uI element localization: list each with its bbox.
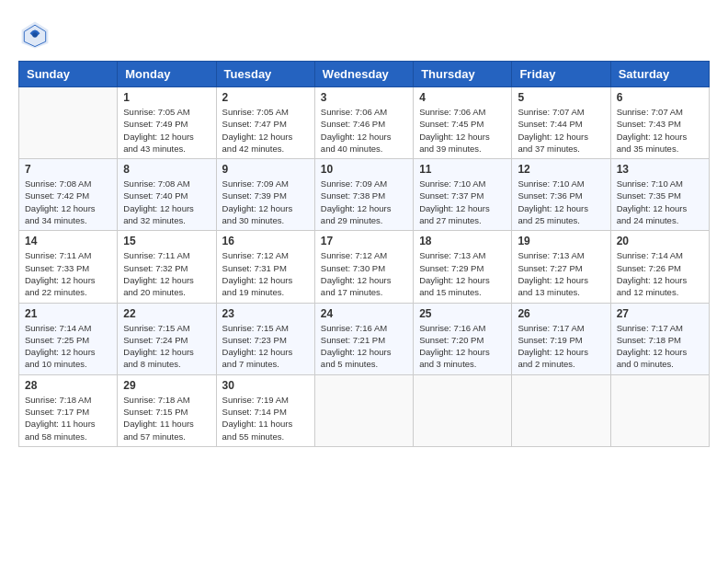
calendar-cell: 3Sunrise: 7:06 AM Sunset: 7:46 PM Daylig… [314,87,413,159]
day-info: Sunrise: 7:09 AM Sunset: 7:38 PM Dayligh… [321,178,407,226]
calendar-cell: 22Sunrise: 7:15 AM Sunset: 7:24 PM Dayli… [118,303,216,374]
calendar-cell [314,374,413,446]
day-info: Sunrise: 7:11 AM Sunset: 7:32 PM Dayligh… [123,249,210,298]
calendar-cell [512,374,610,446]
day-number: 22 [123,307,210,320]
day-info: Sunrise: 7:06 AM Sunset: 7:45 PM Dayligh… [419,106,506,155]
day-number: 20 [617,235,703,247]
day-info: Sunrise: 7:08 AM Sunset: 7:42 PM Dayligh… [25,178,111,226]
calendar-cell: 18Sunrise: 7:13 AM Sunset: 7:29 PM Dayli… [414,231,512,303]
day-number: 8 [123,163,210,176]
day-info: Sunrise: 7:10 AM Sunset: 7:36 PM Dayligh… [518,178,604,226]
day-number: 15 [123,235,210,247]
day-number: 9 [222,163,309,176]
day-info: Sunrise: 7:15 AM Sunset: 7:24 PM Dayligh… [123,322,210,371]
calendar-cell [610,374,709,446]
column-header-wednesday: Wednesday [314,62,413,87]
week-row-5: 28Sunrise: 7:18 AM Sunset: 7:17 PM Dayli… [19,374,710,446]
day-number: 29 [123,379,210,392]
day-number: 16 [222,235,309,247]
day-number: 25 [419,307,506,320]
week-row-1: 1Sunrise: 7:05 AM Sunset: 7:49 PM Daylig… [19,87,710,159]
day-info: Sunrise: 7:07 AM Sunset: 7:43 PM Dayligh… [617,106,703,155]
day-info: Sunrise: 7:13 AM Sunset: 7:29 PM Dayligh… [419,249,506,298]
day-info: Sunrise: 7:17 AM Sunset: 7:18 PM Dayligh… [617,322,703,371]
week-row-2: 7Sunrise: 7:08 AM Sunset: 7:42 PM Daylig… [19,159,710,231]
calendar-cell: 16Sunrise: 7:12 AM Sunset: 7:31 PM Dayli… [216,231,314,303]
day-info: Sunrise: 7:16 AM Sunset: 7:21 PM Dayligh… [321,322,407,371]
calendar-cell: 4Sunrise: 7:06 AM Sunset: 7:45 PM Daylig… [414,87,512,159]
calendar-cell [414,374,512,446]
column-header-monday: Monday [118,62,216,87]
day-number: 13 [617,163,703,176]
day-info: Sunrise: 7:06 AM Sunset: 7:46 PM Dayligh… [321,106,407,155]
day-number: 26 [518,307,604,320]
calendar-header: SundayMondayTuesdayWednesdayThursdayFrid… [19,62,710,87]
day-number: 7 [25,163,111,176]
calendar-table: SundayMondayTuesdayWednesdayThursdayFrid… [18,61,710,447]
calendar-cell: 20Sunrise: 7:14 AM Sunset: 7:26 PM Dayli… [610,231,709,303]
day-info: Sunrise: 7:18 AM Sunset: 7:17 PM Dayligh… [25,394,111,442]
day-number: 18 [419,235,506,247]
day-number: 24 [321,307,407,320]
calendar-cell: 27Sunrise: 7:17 AM Sunset: 7:18 PM Dayli… [610,303,709,374]
calendar-cell: 29Sunrise: 7:18 AM Sunset: 7:15 PM Dayli… [118,374,216,446]
calendar-cell: 14Sunrise: 7:11 AM Sunset: 7:33 PM Dayli… [19,231,118,303]
svg-point-2 [32,32,37,37]
day-info: Sunrise: 7:07 AM Sunset: 7:44 PM Dayligh… [518,106,604,155]
calendar-cell: 24Sunrise: 7:16 AM Sunset: 7:21 PM Dayli… [314,303,413,374]
day-info: Sunrise: 7:14 AM Sunset: 7:26 PM Dayligh… [617,249,703,298]
column-header-tuesday: Tuesday [216,62,314,87]
day-number: 5 [518,91,604,104]
day-info: Sunrise: 7:10 AM Sunset: 7:35 PM Dayligh… [617,178,703,226]
day-info: Sunrise: 7:13 AM Sunset: 7:27 PM Dayligh… [518,249,604,298]
day-number: 12 [518,163,604,176]
calendar-cell: 26Sunrise: 7:17 AM Sunset: 7:19 PM Dayli… [512,303,610,374]
day-number: 17 [321,235,407,247]
calendar-cell: 25Sunrise: 7:16 AM Sunset: 7:20 PM Dayli… [414,303,512,374]
calendar-cell [19,87,118,159]
calendar-cell: 30Sunrise: 7:19 AM Sunset: 7:14 PM Dayli… [216,374,314,446]
day-info: Sunrise: 7:12 AM Sunset: 7:31 PM Dayligh… [222,249,309,298]
calendar-body: 1Sunrise: 7:05 AM Sunset: 7:49 PM Daylig… [19,87,710,447]
calendar-cell: 17Sunrise: 7:12 AM Sunset: 7:30 PM Dayli… [314,231,413,303]
day-number: 3 [321,91,407,104]
day-info: Sunrise: 7:19 AM Sunset: 7:14 PM Dayligh… [222,394,309,442]
column-header-saturday: Saturday [610,62,709,87]
day-info: Sunrise: 7:15 AM Sunset: 7:23 PM Dayligh… [222,322,309,371]
day-info: Sunrise: 7:05 AM Sunset: 7:49 PM Dayligh… [123,106,210,155]
day-info: Sunrise: 7:14 AM Sunset: 7:25 PM Dayligh… [25,322,111,371]
column-header-sunday: Sunday [19,62,118,87]
calendar-cell: 7Sunrise: 7:08 AM Sunset: 7:42 PM Daylig… [19,159,118,231]
calendar-cell: 1Sunrise: 7:05 AM Sunset: 7:49 PM Daylig… [118,87,216,159]
day-number: 27 [617,307,703,320]
calendar-cell: 15Sunrise: 7:11 AM Sunset: 7:32 PM Dayli… [118,231,216,303]
column-header-friday: Friday [512,62,610,87]
calendar-cell: 19Sunrise: 7:13 AM Sunset: 7:27 PM Dayli… [512,231,610,303]
day-number: 21 [25,307,111,320]
day-info: Sunrise: 7:16 AM Sunset: 7:20 PM Dayligh… [419,322,506,371]
calendar-cell: 28Sunrise: 7:18 AM Sunset: 7:17 PM Dayli… [19,374,118,446]
day-number: 2 [222,91,309,104]
day-info: Sunrise: 7:05 AM Sunset: 7:47 PM Dayligh… [222,106,309,155]
calendar-cell: 10Sunrise: 7:09 AM Sunset: 7:38 PM Dayli… [314,159,413,231]
day-number: 30 [222,379,309,392]
day-info: Sunrise: 7:09 AM Sunset: 7:39 PM Dayligh… [222,178,309,226]
calendar-cell: 6Sunrise: 7:07 AM Sunset: 7:43 PM Daylig… [610,87,709,159]
logo [18,18,55,52]
calendar-cell: 13Sunrise: 7:10 AM Sunset: 7:35 PM Dayli… [610,159,709,231]
day-number: 19 [518,235,604,247]
day-info: Sunrise: 7:10 AM Sunset: 7:37 PM Dayligh… [419,178,506,226]
day-info: Sunrise: 7:08 AM Sunset: 7:40 PM Dayligh… [123,178,210,226]
day-number: 6 [617,91,703,104]
day-number: 28 [25,379,111,392]
week-row-3: 14Sunrise: 7:11 AM Sunset: 7:33 PM Dayli… [19,231,710,303]
calendar-cell: 12Sunrise: 7:10 AM Sunset: 7:36 PM Dayli… [512,159,610,231]
day-number: 1 [123,91,210,104]
column-header-thursday: Thursday [414,62,512,87]
logo-icon [18,18,51,52]
day-info: Sunrise: 7:12 AM Sunset: 7:30 PM Dayligh… [321,249,407,298]
calendar-cell: 9Sunrise: 7:09 AM Sunset: 7:39 PM Daylig… [216,159,314,231]
day-info: Sunrise: 7:18 AM Sunset: 7:15 PM Dayligh… [123,394,210,442]
day-info: Sunrise: 7:17 AM Sunset: 7:19 PM Dayligh… [518,322,604,371]
